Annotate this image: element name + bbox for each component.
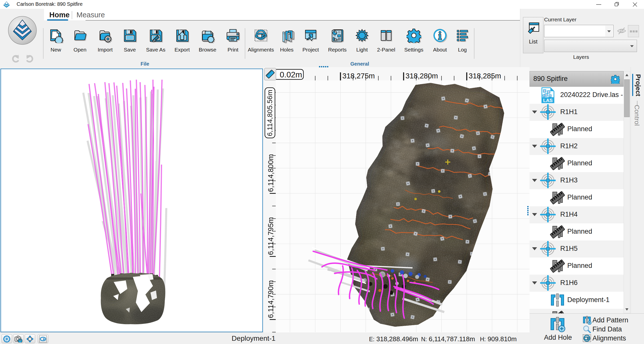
svg-text:LAS: LAS [543, 98, 553, 103]
svg-text:0.02m: 0.02m [280, 70, 302, 79]
svg-text:6,114,805.56m: 6,114,805.56m [266, 90, 274, 136]
svg-text:318,280m: 318,280m [406, 72, 438, 80]
svg-text:318,275m: 318,275m [342, 72, 375, 80]
svg-text:318,285m: 318,285m [469, 72, 501, 80]
svg-text:6,114,800m: 6,114,800m [267, 154, 275, 192]
svg-text:6,114,790m: 6,114,790m [267, 280, 275, 318]
svg-text:6,114,795m: 6,114,795m [267, 217, 275, 255]
